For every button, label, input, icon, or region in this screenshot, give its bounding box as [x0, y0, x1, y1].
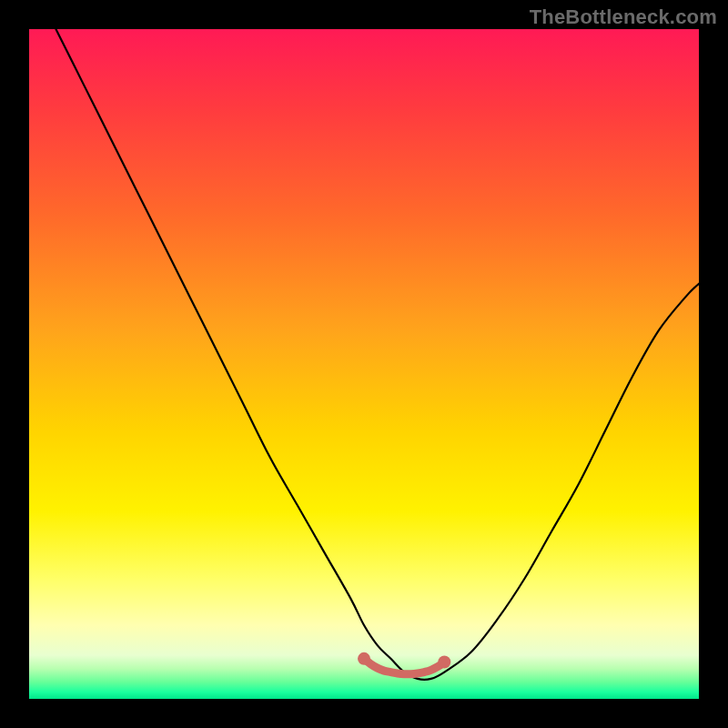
bottleneck-chart	[29, 29, 699, 699]
gradient-background	[29, 29, 699, 699]
optimal-marker-end	[438, 656, 450, 669]
chart-frame: TheBottleneck.com	[0, 0, 728, 728]
watermark-text: TheBottleneck.com	[530, 5, 717, 29]
plot-area	[29, 29, 699, 699]
optimal-marker-start	[358, 652, 370, 665]
